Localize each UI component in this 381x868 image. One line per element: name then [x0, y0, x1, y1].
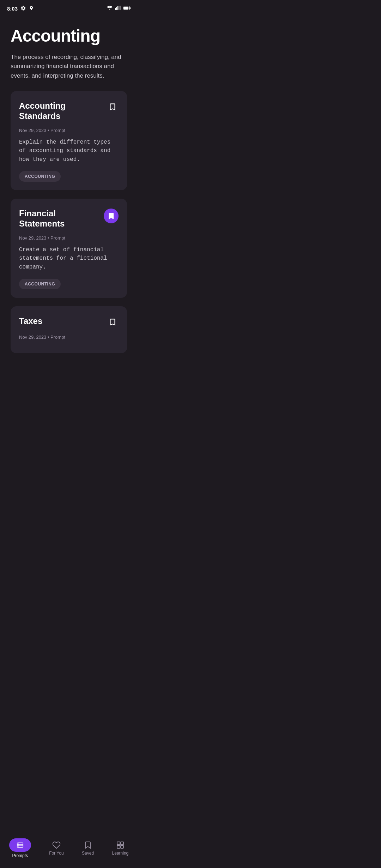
location-icon: [29, 6, 34, 12]
status-left: 8:03: [7, 5, 34, 12]
card-title-2: Financial Statements: [19, 209, 104, 229]
card-meta-2: Nov 29, 2023 • Prompt: [19, 235, 119, 241]
card-body-2: Create a set of financial statements for…: [19, 246, 119, 272]
time-display: 8:03: [7, 6, 18, 12]
card-meta-1: Nov 29, 2023 • Prompt: [19, 128, 119, 133]
card-tag-2: ACCOUNTING: [19, 279, 61, 289]
nav-spacer: [11, 353, 127, 385]
page-description: The process of recording, classifying, a…: [11, 53, 127, 80]
card-taxes[interactable]: Taxes Nov 29, 2023 • Prompt: [11, 306, 127, 353]
main-content: Accounting The process of recording, cla…: [0, 16, 138, 385]
settings-icon: [20, 5, 26, 12]
card-meta-3: Nov 29, 2023 • Prompt: [19, 334, 119, 340]
wifi-icon: [107, 5, 113, 12]
card-title-3: Taxes: [19, 316, 107, 326]
card-header-1: Accounting Standards: [19, 101, 119, 121]
svg-rect-3: [119, 6, 120, 10]
status-right: [107, 5, 131, 12]
card-tag-1: ACCOUNTING: [19, 171, 61, 182]
signal-icon: [115, 5, 121, 12]
card-header-3: Taxes: [19, 316, 119, 328]
svg-rect-1: [116, 7, 117, 10]
status-bar: 8:03: [0, 0, 138, 16]
card-body-1: Explain the different types of accountin…: [19, 138, 119, 164]
svg-rect-4: [120, 6, 121, 10]
bookmark-button-2[interactable]: [104, 209, 119, 223]
page-title: Accounting: [11, 26, 127, 46]
bookmark-button-3[interactable]: [107, 316, 119, 328]
card-header-2: Financial Statements: [19, 209, 119, 229]
card-accounting-standards[interactable]: Accounting Standards Nov 29, 2023 • Prom…: [11, 91, 127, 190]
card-financial-statements[interactable]: Financial Statements Nov 29, 2023 • Prom…: [11, 199, 127, 298]
card-title-1: Accounting Standards: [19, 101, 107, 121]
bookmark-button-1[interactable]: [107, 101, 119, 113]
svg-rect-2: [117, 6, 119, 10]
svg-rect-0: [115, 8, 116, 10]
svg-rect-6: [123, 7, 128, 10]
svg-rect-7: [129, 7, 131, 9]
battery-icon: [123, 5, 131, 12]
